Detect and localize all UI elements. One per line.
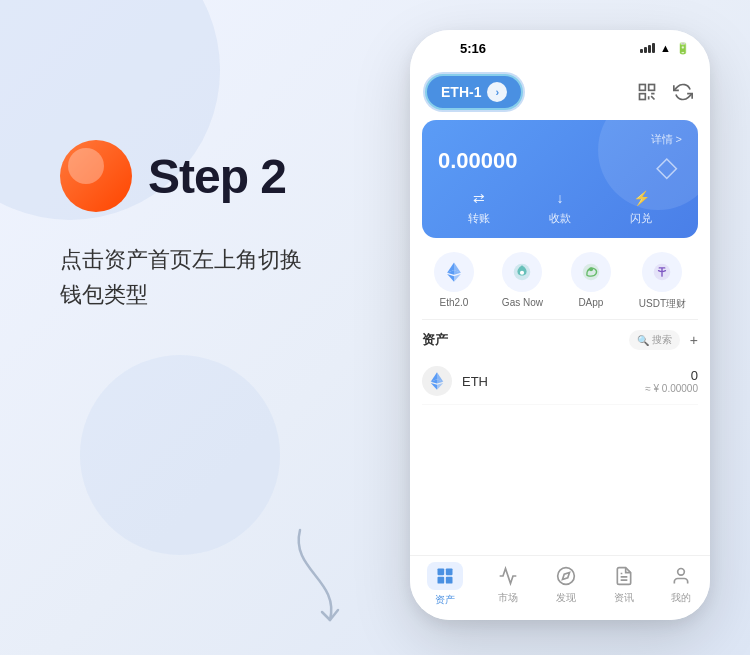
nav-market-label: 市场 <box>498 591 518 605</box>
assets-title: 资产 <box>422 331 448 349</box>
asset-row-eth[interactable]: ETH 0 ≈ ¥ 0.00000 <box>422 358 698 405</box>
battery-icon: 🔋 <box>676 42 690 55</box>
assets-section: 资产 🔍 搜索 + ETH 0 ≈ ¥ 0.00000 <box>410 319 710 405</box>
svg-rect-2 <box>640 94 646 100</box>
svg-line-6 <box>651 96 654 99</box>
search-box[interactable]: 🔍 搜索 <box>629 330 680 350</box>
scan-icon[interactable] <box>635 80 659 104</box>
wallet-name: ETH-1 <box>441 84 481 100</box>
svg-marker-11 <box>454 274 461 282</box>
nav-news-label: 资讯 <box>614 591 634 605</box>
nav-assets-label: 资产 <box>435 593 455 607</box>
svg-rect-26 <box>437 576 444 583</box>
svg-marker-12 <box>447 274 454 282</box>
detail-link[interactable]: 详情 > <box>651 132 682 147</box>
transfer-icon: ⇄ <box>465 188 493 208</box>
usdt-label: USDT理财 <box>639 297 686 311</box>
receive-icon: ↓ <box>546 188 574 208</box>
logo-icon <box>60 140 132 212</box>
svg-rect-27 <box>446 576 453 583</box>
nav-assets[interactable]: 资产 <box>427 562 463 607</box>
assets-header: 资产 🔍 搜索 + <box>422 319 698 358</box>
svg-marker-23 <box>431 383 437 390</box>
wallet-arrow-icon: › <box>487 82 507 102</box>
usdt-icon <box>642 252 682 292</box>
eth-icon <box>422 366 452 396</box>
swap-label: 闪兑 <box>630 211 652 226</box>
arrow-decoration <box>280 520 380 644</box>
status-bar: 5:16 ▲ 🔋 <box>410 30 710 66</box>
svg-point-14 <box>520 271 524 275</box>
refresh-icon[interactable] <box>671 80 695 104</box>
svg-rect-25 <box>446 568 453 575</box>
eth-amount: 0 <box>645 368 698 383</box>
svg-rect-1 <box>649 85 655 91</box>
receive-label: 收款 <box>549 211 571 226</box>
assets-controls: 🔍 搜索 + <box>629 330 698 350</box>
assets-nav-icon <box>433 564 457 588</box>
market-nav-icon <box>496 564 520 588</box>
balance-card: 详情 > ◇ 0.00000 ⇄ 转账 ↓ 收款 ⚡ 闪兑 <box>422 120 698 238</box>
receive-button[interactable]: ↓ 收款 <box>546 188 574 226</box>
bg-circle-2 <box>80 355 280 555</box>
eth2-icon <box>434 252 474 292</box>
svg-marker-22 <box>437 383 443 390</box>
phone-frame: 5:16 ▲ 🔋 ETH-1 › <box>410 30 710 620</box>
swap-icon: ⚡ <box>627 188 655 208</box>
nav-profile-label: 我的 <box>671 591 691 605</box>
step-label: Step 2 <box>148 149 286 204</box>
wallet-selector[interactable]: ETH-1 › <box>425 74 523 110</box>
feature-gasnow[interactable]: Gas Now <box>502 252 543 311</box>
feature-usdt[interactable]: USDT理财 <box>639 252 686 311</box>
discover-nav-icon <box>554 564 578 588</box>
feature-eth2[interactable]: Eth2.0 <box>434 252 474 311</box>
svg-point-16 <box>589 267 593 271</box>
status-time: 5:16 <box>460 41 486 56</box>
svg-rect-0 <box>640 85 646 91</box>
app-header: ETH-1 › <box>410 66 710 120</box>
nav-profile[interactable]: 我的 <box>669 564 693 605</box>
dapp-icon <box>571 252 611 292</box>
gasnow-icon <box>502 252 542 292</box>
description: 点击资产首页左上角切换 钱包类型 <box>60 242 302 312</box>
svg-rect-24 <box>437 568 444 575</box>
balance-amount: 0.00000 <box>438 148 682 174</box>
gasnow-label: Gas Now <box>502 297 543 308</box>
features-row: Eth2.0 Gas Now DApp USDT理财 <box>410 238 710 319</box>
wifi-icon: ▲ <box>660 42 671 54</box>
eth-value: 0 ≈ ¥ 0.00000 <box>645 368 698 394</box>
eth-fiat: ≈ ¥ 0.00000 <box>645 383 698 394</box>
step-logo: Step 2 <box>60 140 302 212</box>
svg-point-28 <box>558 567 575 584</box>
profile-nav-icon <box>669 564 693 588</box>
bottom-nav: 资产 市场 发现 资讯 <box>410 555 710 620</box>
nav-discover[interactable]: 发现 <box>554 564 578 605</box>
status-icons: ▲ 🔋 <box>640 42 690 55</box>
nav-news[interactable]: 资讯 <box>612 564 636 605</box>
search-placeholder: 搜索 <box>652 333 672 347</box>
left-content: Step 2 点击资产首页左上角切换 钱包类型 <box>60 140 302 312</box>
eth-name: ETH <box>462 374 645 389</box>
svg-point-32 <box>678 568 685 575</box>
add-asset-button[interactable]: + <box>690 332 698 348</box>
transfer-button[interactable]: ⇄ 转账 <box>465 188 493 226</box>
action-buttons: ⇄ 转账 ↓ 收款 ⚡ 闪兑 <box>438 188 682 226</box>
phone-mockup: 5:16 ▲ 🔋 ETH-1 › <box>410 30 710 620</box>
feature-dapp[interactable]: DApp <box>571 252 611 311</box>
eth-card-icon: ◇ <box>656 150 678 183</box>
nav-market[interactable]: 市场 <box>496 564 520 605</box>
transfer-label: 转账 <box>468 211 490 226</box>
eth2-label: Eth2.0 <box>439 297 468 308</box>
dapp-label: DApp <box>578 297 603 308</box>
nav-discover-label: 发现 <box>556 591 576 605</box>
header-icons <box>635 80 695 104</box>
news-nav-icon <box>612 564 636 588</box>
swap-button[interactable]: ⚡ 闪兑 <box>627 188 655 226</box>
svg-marker-29 <box>562 572 569 579</box>
signal-icon <box>640 43 655 53</box>
search-icon: 🔍 <box>637 335 649 346</box>
